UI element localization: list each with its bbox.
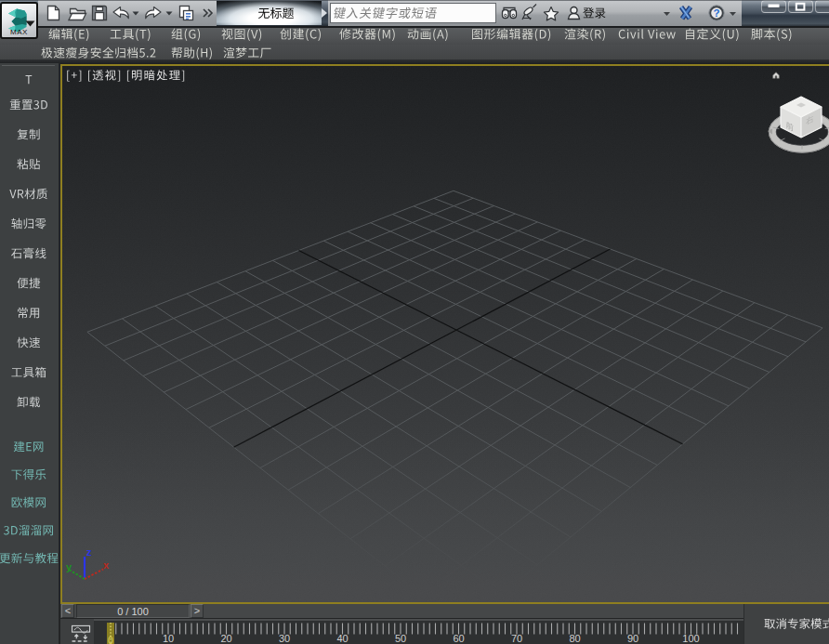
svg-text:x: x xyxy=(103,559,110,571)
svg-text:y: y xyxy=(66,561,72,572)
svg-text:z: z xyxy=(86,546,92,558)
svg-text:0: 0 xyxy=(108,635,113,644)
svg-text:?: ? xyxy=(713,7,719,19)
